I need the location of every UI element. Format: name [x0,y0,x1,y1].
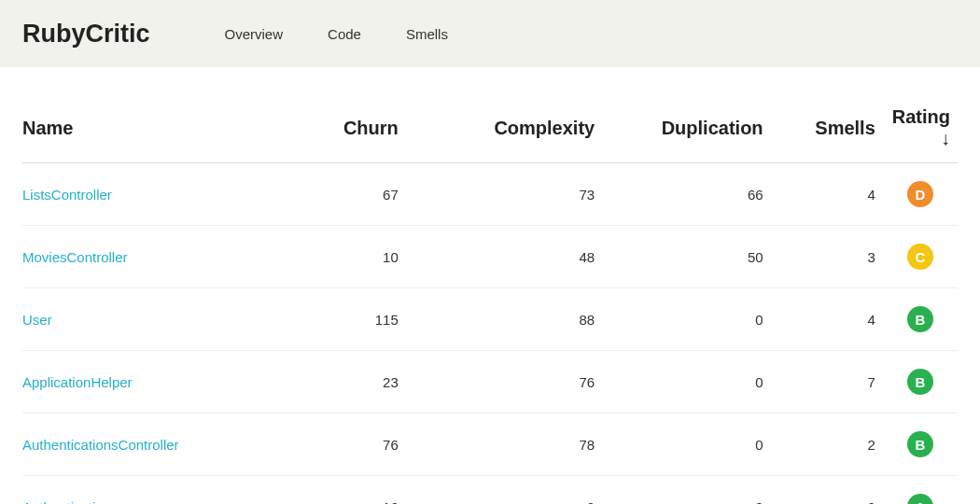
column-header-complexity[interactable]: Complexity [406,93,602,163]
column-header-smells[interactable]: Smells [771,93,883,163]
rating-badge: A [907,494,933,504]
column-header-duplication[interactable]: Duplication [602,93,770,163]
rating-cell: A [883,476,958,505]
complexity-cell: 78 [406,413,602,476]
churn-cell: 16 [285,476,406,505]
complexity-cell: 0 [406,476,602,505]
complexity-cell: 88 [406,288,602,351]
module-name-link[interactable]: User [22,312,52,328]
churn-cell: 67 [285,163,406,226]
rating-badge: B [907,306,933,332]
logo: RubyCritic [22,20,150,49]
churn-cell: 10 [285,226,406,288]
table-row: Authentication16000A [22,476,958,505]
module-name-link[interactable]: ListsController [22,187,112,203]
main-nav: Overview Code Smells [225,26,448,42]
column-header-name[interactable]: Name [22,93,285,163]
rating-cell: B [883,288,958,351]
code-table: Name Churn Complexity Duplication Smells… [22,93,958,504]
rating-header-label: Rating [892,106,950,127]
smells-cell: 7 [771,351,883,413]
column-header-churn[interactable]: Churn [285,93,406,163]
module-name-link[interactable]: Authentication [22,499,111,505]
rating-cell: D [883,163,958,226]
module-name-link[interactable]: AuthenticationsController [22,437,179,453]
table-header-row: Name Churn Complexity Duplication Smells… [22,93,958,163]
duplication-cell: 0 [602,476,770,505]
churn-cell: 23 [285,351,406,413]
sort-indicator-icon: ↓ [941,128,950,148]
duplication-cell: 66 [602,163,770,226]
duplication-cell: 0 [602,413,770,476]
rating-cell: B [883,351,958,413]
table-row: MoviesController1048503C [22,226,958,288]
module-name-link[interactable]: MoviesController [22,249,128,265]
duplication-cell: 50 [602,226,770,288]
nav-overview[interactable]: Overview [225,26,284,42]
rating-badge: C [907,244,933,270]
smells-cell: 4 [771,163,883,226]
table-row: AuthenticationsController767802B [22,413,958,476]
duplication-cell: 0 [602,288,770,351]
complexity-cell: 73 [406,163,602,226]
table-row: User1158804B [22,288,958,351]
content-area: Name Churn Complexity Duplication Smells… [0,93,980,504]
table-row: ListsController6773664D [22,163,958,226]
rating-badge: D [907,181,933,207]
rating-badge: B [907,431,933,457]
churn-cell: 115 [285,288,406,351]
module-name-link[interactable]: ApplicationHelper [22,374,133,390]
rating-badge: B [907,369,933,395]
rating-cell: C [883,226,958,288]
nav-code[interactable]: Code [328,26,361,42]
smells-cell: 3 [771,226,883,288]
churn-cell: 76 [285,413,406,476]
complexity-cell: 48 [406,226,602,288]
smells-cell: 0 [771,476,883,505]
nav-smells[interactable]: Smells [406,26,448,42]
smells-cell: 2 [771,413,883,476]
rating-cell: B [883,413,958,476]
header-bar: RubyCritic Overview Code Smells [0,0,980,67]
smells-cell: 4 [771,288,883,351]
column-header-rating[interactable]: Rating ↓ [883,93,958,163]
duplication-cell: 0 [602,351,770,413]
complexity-cell: 76 [406,351,602,413]
table-row: ApplicationHelper237607B [22,351,958,413]
